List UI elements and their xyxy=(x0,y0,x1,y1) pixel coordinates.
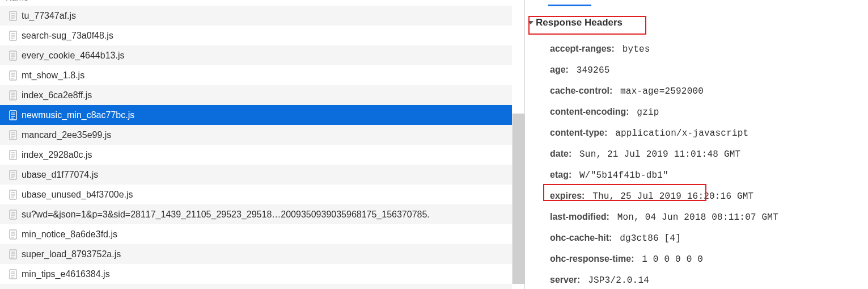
request-row[interactable]: every_cookie_4644b13.js xyxy=(0,45,512,65)
request-name: ubase_d1f77074.js xyxy=(22,170,98,180)
header-key: content-type: xyxy=(550,128,607,137)
file-icon xyxy=(9,190,17,200)
file-icon xyxy=(9,229,17,240)
request-name: index_6ca2e8ff.js xyxy=(22,90,92,100)
request-name: mancard_2ee35e99.js xyxy=(22,130,111,140)
request-row[interactable]: tu_77347af.js xyxy=(0,6,512,26)
svg-rect-50 xyxy=(10,210,16,219)
header-row: date: Sun, 21 Jul 2019 11:01:48 GMT xyxy=(550,144,868,165)
header-value: 1 0 0 0 0 0 xyxy=(636,254,703,265)
header-row: content-type: application/x-javascript xyxy=(550,123,868,144)
request-name: min_notice_8a6de3fd.js xyxy=(22,229,117,240)
request-row[interactable]: min_notice_8a6de3fd.js xyxy=(0,224,512,244)
request-name: mt_show_1.8.js xyxy=(22,70,84,81)
header-row: etag: W/"5b14f41b-db1" xyxy=(550,165,868,186)
header-row: cache-control: max-age=2592000 xyxy=(550,81,868,102)
header-key: ohc-cache-hit: xyxy=(550,233,612,242)
request-name: tu_77347af.js xyxy=(22,11,76,21)
header-row: server: JSP3/2.0.14 xyxy=(550,270,868,289)
headers-panel: Response Headers accept-ranges: bytesage… xyxy=(525,0,868,289)
svg-rect-20 xyxy=(10,91,16,100)
header-key: date: xyxy=(550,149,571,158)
file-icon xyxy=(9,110,17,120)
request-name: index_2928a0c.js xyxy=(22,150,92,160)
header-value: bytes xyxy=(617,44,650,55)
column-header-name[interactable]: Name xyxy=(0,0,524,3)
header-value: Sun, 21 Jul 2019 11:01:48 GMT xyxy=(574,149,740,160)
network-request-list-pane: Name tu_77347af.js search-sug_73a0f48.js… xyxy=(0,0,525,289)
request-row[interactable]: super_load_8793752a.js xyxy=(0,244,512,264)
section-title: Response Headers xyxy=(536,17,623,28)
request-row[interactable]: mancard_2ee35e99.js xyxy=(0,125,512,145)
svg-rect-65 xyxy=(10,270,16,279)
file-icon xyxy=(9,31,17,41)
header-row: last-modified: Mon, 04 Jun 2018 08:11:07… xyxy=(550,207,868,228)
request-row[interactable]: su?wd=&json=1&p=3&sid=28117_1439_21105_2… xyxy=(0,204,512,224)
svg-rect-60 xyxy=(10,250,16,259)
request-row[interactable]: index_2928a0c.js xyxy=(0,145,512,165)
header-value: max-age=2592000 xyxy=(615,86,704,97)
request-name: ubase_unused_b4f3700e.js xyxy=(22,190,133,200)
svg-rect-25 xyxy=(10,111,16,120)
file-icon xyxy=(9,170,17,180)
header-key: cache-control: xyxy=(550,86,612,95)
header-key: ohc-response-time: xyxy=(550,254,634,263)
header-value: Thu, 25 Jul 2019 16:20:16 GMT xyxy=(587,191,753,202)
svg-rect-55 xyxy=(10,230,16,239)
request-row[interactable]: search-sug_73a0f48.js xyxy=(0,26,512,45)
header-key: last-modified: xyxy=(550,212,609,221)
header-value: W/"5b14f41b-db1" xyxy=(574,170,668,181)
file-icon xyxy=(9,130,17,140)
header-key: etag: xyxy=(550,170,571,179)
request-row[interactable]: mt_show_1.8.js xyxy=(0,65,512,85)
header-row: accept-ranges: bytes xyxy=(550,39,868,60)
svg-rect-45 xyxy=(10,190,16,199)
header-value: dg3ct86 [4] xyxy=(614,233,681,244)
svg-rect-15 xyxy=(10,71,16,80)
header-row: ohc-response-time: 1 0 0 0 0 0 xyxy=(550,249,868,270)
request-row[interactable]: index_6ca2e8ff.js xyxy=(0,85,512,105)
file-icon xyxy=(9,51,17,61)
request-name: newmusic_min_c8ac77bc.js xyxy=(22,110,134,120)
header-value: Mon, 04 Jun 2018 08:11:07 GMT xyxy=(612,212,778,223)
request-row[interactable]: min_tips_e4616384.js xyxy=(0,264,512,284)
header-row: expires: Thu, 25 Jul 2019 16:20:16 GMT xyxy=(550,186,868,207)
request-detail-pane: ⋯ HeadersPreviewResponseTiming Response … xyxy=(525,0,868,289)
request-row[interactable]: ubase_d1f77074.js xyxy=(0,165,512,185)
header-row: content-encoding: gzip xyxy=(550,102,868,123)
request-list: tu_77347af.js search-sug_73a0f48.js ever… xyxy=(0,6,524,289)
request-name: super_load_8793752a.js xyxy=(22,249,121,259)
file-icon xyxy=(9,90,17,100)
svg-rect-35 xyxy=(10,150,16,160)
request-row[interactable]: activity_start_52498d2c.js xyxy=(0,284,512,289)
header-key: server: xyxy=(550,275,580,284)
header-key-value-list: accept-ranges: bytesage: 349265cache-con… xyxy=(550,39,868,289)
svg-rect-30 xyxy=(10,131,16,140)
header-key: age: xyxy=(550,65,569,74)
file-icon xyxy=(9,150,17,160)
request-row[interactable]: ubase_unused_b4f3700e.js xyxy=(0,185,512,204)
section-response-headers[interactable]: Response Headers xyxy=(529,17,868,28)
svg-rect-40 xyxy=(10,170,16,179)
file-icon xyxy=(9,70,17,81)
request-name: every_cookie_4644b13.js xyxy=(22,51,124,61)
header-value: 349265 xyxy=(571,65,610,76)
scrollbar-vertical[interactable] xyxy=(512,114,524,284)
header-key: accept-ranges: xyxy=(550,44,615,53)
file-icon xyxy=(9,269,17,279)
file-icon xyxy=(9,210,17,220)
header-value: gzip xyxy=(632,107,659,118)
header-row: age: 349265 xyxy=(550,60,868,81)
header-key: content-encoding: xyxy=(550,107,629,116)
header-value: application/x-javascript xyxy=(609,128,748,139)
header-row: ohc-cache-hit: dg3ct86 [4] xyxy=(550,228,868,249)
header-value: JSP3/2.0.14 xyxy=(582,275,649,286)
request-row[interactable]: newmusic_min_c8ac77bc.js xyxy=(0,105,512,125)
collapse-toggle-icon[interactable] xyxy=(528,21,533,24)
file-icon xyxy=(9,11,17,21)
request-name: search-sug_73a0f48.js xyxy=(22,31,113,41)
header-key: expires: xyxy=(550,191,585,200)
request-name: su?wd=&json=1&p=3&sid=28117_1439_21105_2… xyxy=(22,210,430,220)
request-name: min_tips_e4616384.js xyxy=(22,269,110,279)
file-icon xyxy=(9,249,17,259)
